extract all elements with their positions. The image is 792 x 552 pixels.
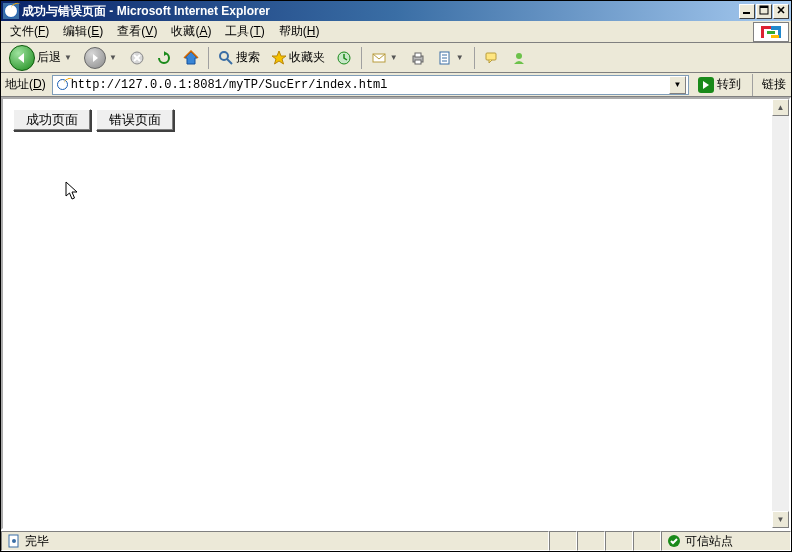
svg-rect-0 [743, 12, 750, 14]
toolbar: 后退 ▼ ▼ 搜索 收藏夹 ▼ ▼ [1, 43, 791, 73]
svg-rect-16 [415, 53, 421, 57]
edit-icon [437, 50, 453, 66]
go-arrow-icon [698, 77, 714, 93]
ie-throbber-logo [753, 22, 789, 42]
trusted-zone-icon [666, 533, 682, 549]
vertical-scrollbar[interactable]: ▲ ▼ [772, 99, 789, 528]
refresh-button[interactable] [152, 46, 176, 70]
home-button[interactable] [179, 46, 203, 70]
toolbar-separator [361, 47, 362, 69]
stop-button[interactable] [125, 46, 149, 70]
page-favicon [55, 77, 71, 93]
forward-button[interactable]: ▼ [80, 46, 122, 70]
mail-icon [371, 50, 387, 66]
menu-edit[interactable]: 编辑(E) [56, 21, 110, 42]
back-arrow-icon [9, 45, 35, 71]
favorites-label: 收藏夹 [289, 49, 325, 66]
scroll-down-button[interactable]: ▼ [772, 511, 789, 528]
address-dropdown-button[interactable]: ▼ [669, 76, 686, 94]
scroll-up-button[interactable]: ▲ [772, 99, 789, 116]
content-area: 成功页面 错误页面 ▲ ▼ [1, 97, 791, 530]
go-label: 转到 [717, 76, 741, 93]
close-button[interactable] [773, 4, 789, 19]
ie-window: 成功与错误页面 - Microsoft Internet Explorer 文件… [0, 0, 792, 552]
messenger-button[interactable] [507, 46, 531, 70]
status-pane-5 [633, 531, 661, 551]
svg-rect-2 [760, 6, 768, 8]
fwd-dropdown-caret-icon[interactable]: ▼ [108, 53, 118, 62]
search-label: 搜索 [236, 49, 260, 66]
svg-rect-7 [771, 35, 779, 38]
status-pane-2 [549, 531, 577, 551]
messenger-icon [511, 50, 527, 66]
status-bar: 完毕 可信站点 [1, 530, 791, 551]
minimize-button[interactable] [739, 4, 755, 19]
back-dropdown-caret-icon[interactable]: ▼ [63, 53, 73, 62]
window-controls [739, 4, 789, 19]
status-pane-3 [577, 531, 605, 551]
zone-text: 可信站点 [685, 533, 733, 550]
search-icon [218, 50, 234, 66]
titlebar: 成功与错误页面 - Microsoft Internet Explorer [1, 1, 791, 21]
svg-line-12 [227, 59, 232, 64]
refresh-icon [156, 50, 172, 66]
error-page-button[interactable]: 错误页面 [96, 109, 174, 131]
success-page-button[interactable]: 成功页面 [13, 109, 91, 131]
toolbar-separator [208, 47, 209, 69]
svg-point-11 [220, 52, 228, 60]
svg-point-25 [12, 539, 16, 543]
scroll-track[interactable] [772, 116, 789, 511]
go-button[interactable]: 转到 [693, 75, 746, 95]
address-bar: 地址(D) ▼ 转到 链接 [1, 73, 791, 97]
forward-arrow-icon [84, 47, 106, 69]
toolbar-separator [474, 47, 475, 69]
mail-caret-icon[interactable]: ▼ [389, 53, 399, 62]
ie-favicon [3, 3, 19, 19]
webpage: 成功页面 错误页面 [3, 99, 772, 528]
discuss-icon [484, 50, 500, 66]
discuss-button[interactable] [480, 46, 504, 70]
favorites-button[interactable]: 收藏夹 [267, 46, 329, 70]
links-label[interactable]: 链接 [759, 76, 789, 93]
window-title: 成功与错误页面 - Microsoft Internet Explorer [22, 3, 739, 20]
mail-button[interactable]: ▼ [367, 46, 403, 70]
status-pane-4 [605, 531, 633, 551]
maximize-button[interactable] [756, 4, 772, 19]
history-icon [336, 50, 352, 66]
home-icon [183, 50, 199, 66]
edit-caret-icon[interactable]: ▼ [455, 53, 465, 62]
history-button[interactable] [332, 46, 356, 70]
star-icon [271, 50, 287, 66]
menubar: 文件(F) 编辑(E) 查看(V) 收藏(A) 工具(T) 帮助(H) [1, 21, 791, 43]
stop-icon [129, 50, 145, 66]
search-button[interactable]: 搜索 [214, 46, 264, 70]
print-button[interactable] [406, 46, 430, 70]
address-input-wrap: ▼ [52, 75, 689, 95]
back-label: 后退 [37, 49, 61, 66]
menu-tools[interactable]: 工具(T) [218, 21, 271, 42]
print-icon [410, 50, 426, 66]
menu-view[interactable]: 查看(V) [110, 21, 164, 42]
svg-rect-22 [486, 53, 496, 60]
menu-help[interactable]: 帮助(H) [272, 21, 327, 42]
address-label: 地址(D) [3, 76, 48, 93]
edit-button[interactable]: ▼ [433, 46, 469, 70]
svg-point-23 [516, 53, 522, 59]
menu-file[interactable]: 文件(F) [3, 21, 56, 42]
svg-rect-17 [415, 60, 421, 64]
menu-favorites[interactable]: 收藏(A) [164, 21, 218, 42]
status-text: 完毕 [25, 533, 49, 550]
status-zone-pane: 可信站点 [661, 531, 791, 551]
svg-rect-6 [767, 31, 775, 34]
toolbar-separator [752, 74, 753, 96]
status-pane-main: 完毕 [1, 531, 549, 551]
back-button[interactable]: 后退 ▼ [5, 46, 77, 70]
page-icon [6, 533, 22, 549]
address-input[interactable] [71, 78, 667, 92]
